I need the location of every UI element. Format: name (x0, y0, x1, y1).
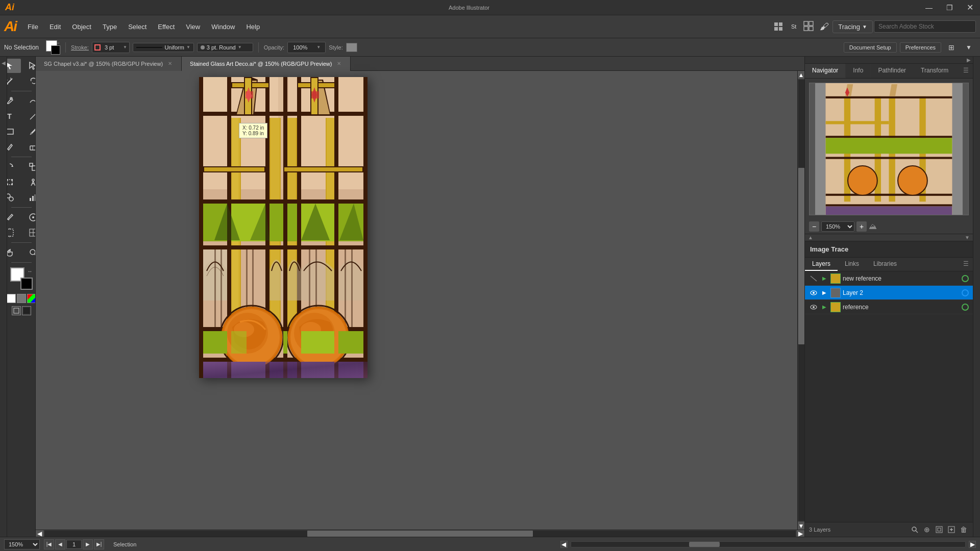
tab-navigator[interactable]: Navigator (805, 64, 846, 78)
preferences-button[interactable]: Preferences (900, 42, 941, 53)
zoom-in-button[interactable]: + (856, 221, 867, 232)
make-clipping-mask-button[interactable] (934, 524, 944, 535)
screen-mode-full[interactable] (22, 306, 31, 315)
panel-collapse-left[interactable]: ◀ (0, 57, 7, 537)
menu-window[interactable]: Window (206, 21, 240, 33)
zoom-select[interactable]: 150% (821, 221, 854, 232)
vscroll-down-btn[interactable]: ▼ (798, 521, 805, 530)
layer-expand-new-reference[interactable]: ▶ (820, 274, 828, 283)
direct-selection-tool[interactable] (22, 59, 36, 73)
artboard-tool[interactable] (7, 226, 21, 240)
tracing-button[interactable]: Tracing ▼ (832, 20, 873, 33)
page-input[interactable] (66, 540, 82, 549)
tab-layers[interactable]: Layers (805, 258, 838, 271)
rotate-tool[interactable] (7, 160, 21, 174)
tab-stained-glass-close[interactable]: ✕ (336, 60, 342, 67)
layer-item-new-reference[interactable]: ▶ new reference (805, 271, 973, 286)
next-page-button[interactable]: ▶ (83, 539, 93, 549)
paintbrush-tool[interactable] (22, 124, 36, 139)
menu-object[interactable]: Object (67, 21, 96, 33)
stroke-style-dropdown[interactable]: ▼ (186, 45, 190, 49)
menu-view[interactable]: View (181, 21, 205, 33)
stroke-value-input[interactable] (102, 43, 122, 52)
panel-collapse-icon[interactable]: ▶ (967, 57, 971, 63)
canvas-vscrollbar[interactable]: ▲ ▼ (797, 71, 804, 530)
fill-swatch[interactable]: ↔ (46, 40, 60, 55)
scroll-left-arrow[interactable]: ◀ (560, 541, 568, 548)
free-transform-tool[interactable] (7, 175, 21, 189)
layers-panel-options[interactable]: ☰ (959, 258, 973, 271)
menu-edit[interactable]: Edit (44, 21, 66, 33)
color-mode-color[interactable] (27, 294, 36, 303)
prev-page-button[interactable]: ◀ (55, 539, 65, 549)
stroke-cap-selector[interactable]: 3 pt. Round ▼ (197, 43, 253, 52)
st-icon[interactable]: St (787, 19, 801, 34)
screen-mode-normal[interactable] (12, 306, 21, 315)
document-setup-button[interactable]: Document Setup (844, 42, 897, 53)
scroll-track[interactable] (571, 541, 966, 547)
menu-effect[interactable]: Effect (153, 21, 180, 33)
scale-tool[interactable] (22, 160, 36, 174)
search-layers-button[interactable] (910, 524, 920, 535)
tab-links[interactable]: Links (838, 258, 866, 271)
opacity-dropdown[interactable]: ▼ (316, 45, 321, 49)
slice-tool[interactable] (22, 226, 36, 240)
layer-expand-reference[interactable]: ▶ (820, 303, 828, 311)
add-layer-set-button[interactable]: ⊕ (922, 524, 932, 535)
magic-wand-tool[interactable] (7, 74, 21, 88)
vscroll-track[interactable] (798, 80, 804, 521)
close-button[interactable]: ✕ (960, 0, 980, 15)
puppet-warp-tool[interactable] (22, 175, 36, 189)
selection-tool[interactable] (7, 59, 21, 73)
layer-visibility-new-reference[interactable] (809, 274, 818, 283)
menu-select[interactable]: Select (123, 21, 152, 33)
status-zoom-select[interactable]: 150% (4, 539, 40, 549)
maximize-button[interactable]: ❐ (939, 0, 960, 15)
hscroll-right-btn[interactable]: ▶ (796, 530, 804, 537)
color-mode-gray[interactable] (17, 294, 26, 303)
hscroll-thumb[interactable] (307, 531, 533, 537)
menu-help[interactable]: Help (241, 21, 265, 33)
layer-visibility-layer2[interactable] (809, 288, 818, 297)
tab-stained-glass[interactable]: Stained Glass Art Deco.ai* @ 150% (RGB/G… (182, 57, 351, 71)
zoom-out-button[interactable]: − (809, 221, 819, 232)
stock-search-input[interactable] (874, 20, 976, 33)
brush-icon[interactable]: 🖌 (817, 19, 831, 34)
delete-layer-button[interactable]: 🗑 (959, 524, 969, 535)
color-mode-none[interactable] (7, 294, 16, 303)
tab-info[interactable]: Info (846, 64, 871, 78)
layer-visibility-reference[interactable] (809, 303, 818, 312)
opacity-input-wrapper[interactable]: ▼ (287, 42, 326, 53)
curvature-tool[interactable] (22, 94, 36, 108)
tab-pathfinder[interactable]: Pathfinder (871, 64, 914, 78)
layer-item-layer2[interactable]: ▶ Layer 2 (805, 286, 973, 300)
scroll-right-arrow[interactable]: ▶ (969, 541, 976, 548)
panel-up-icon[interactable]: ▲ (808, 235, 813, 240)
vscroll-thumb[interactable] (798, 168, 804, 344)
scroll-thumb[interactable] (689, 542, 720, 547)
tab-transform[interactable]: Transform (914, 64, 956, 78)
last-page-button[interactable]: ▶| (94, 539, 104, 549)
graph-tool[interactable] (22, 190, 36, 205)
layer-target-reference[interactable] (962, 304, 969, 311)
line-tool[interactable] (22, 109, 36, 123)
vscroll-up-btn[interactable]: ▲ (798, 71, 805, 79)
arrange-workspace-icon[interactable]: ⊞ (944, 40, 959, 55)
workspace-menu-icon[interactable]: ▼ (962, 40, 976, 55)
layer-target-new-reference[interactable] (962, 275, 969, 282)
panel-down-icon[interactable]: ▼ (965, 235, 970, 240)
tab-libraries[interactable]: Libraries (866, 258, 904, 271)
stroke-dropdown-icon[interactable]: ▼ (123, 45, 127, 49)
new-layer-button[interactable] (946, 524, 957, 535)
arrange-icon[interactable] (771, 19, 786, 34)
layer-item-reference[interactable]: ▶ reference (805, 300, 973, 314)
panel-options-icon[interactable]: ☰ (959, 64, 973, 78)
eyedropper-tool[interactable] (7, 210, 21, 224)
layer-target-layer2[interactable] (962, 289, 969, 296)
menu-type[interactable]: Type (97, 21, 122, 33)
pencil-tool[interactable] (7, 140, 21, 154)
tab-sg-chapel-close[interactable]: ✕ (167, 60, 173, 67)
lasso-tool[interactable] (22, 74, 36, 88)
shape-builder-tool[interactable] (7, 190, 21, 205)
zoom-tool[interactable] (22, 245, 36, 260)
